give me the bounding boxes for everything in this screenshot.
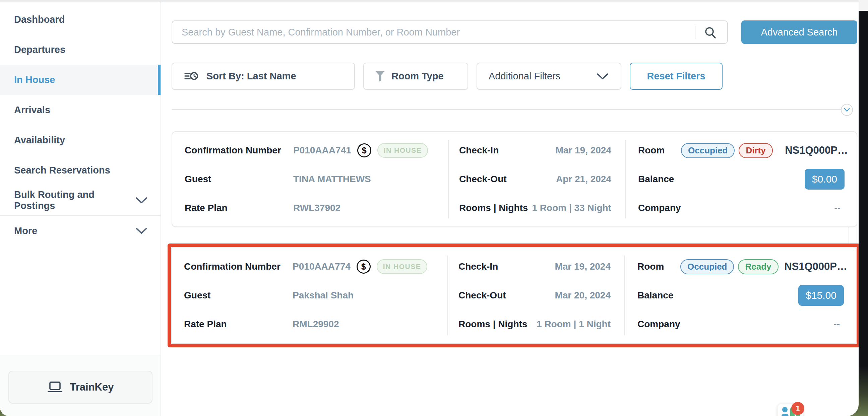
- in-house-status-badge: IN HOUSE: [377, 259, 428, 274]
- check-out-date: Apr 21, 2024: [556, 174, 611, 185]
- card-room-column: Room Occupied Dirty NS1Q000P… Balance $0…: [625, 132, 858, 226]
- advanced-search-button[interactable]: Advanced Search: [741, 21, 857, 44]
- reset-filters-button[interactable]: Reset Filters: [630, 63, 722, 90]
- section-divider: [172, 109, 842, 110]
- room-type-button[interactable]: Room Type: [363, 63, 468, 90]
- selection-highlight-border: Confirmation Number P010AAA774 $ IN HOUS…: [167, 244, 859, 347]
- confirmation-number-label: Confirmation Number: [185, 145, 293, 156]
- chevron-down-icon: [843, 107, 850, 112]
- rooms-nights-label: Rooms | Nights: [459, 203, 528, 213]
- filter-funnel-icon: [375, 70, 385, 83]
- room-ready-badge: Ready: [738, 259, 778, 274]
- rate-plan-label: Rate Plan: [185, 203, 293, 213]
- room-type-label: Room Type: [392, 71, 444, 82]
- room-number: NS1Q000P…: [785, 145, 848, 156]
- sidebar-item-dashboard[interactable]: Dashboard: [0, 4, 160, 34]
- app-window: Dashboard Departures In House Arrivals A…: [0, 0, 859, 416]
- confirmation-number-label: Confirmation Number: [184, 261, 292, 272]
- background-window-sliver: [859, 0, 868, 11]
- collapse-section-button[interactable]: [841, 104, 853, 116]
- dollar-glyph: $: [361, 262, 366, 271]
- sidebar-nav: Dashboard Departures In House Arrivals A…: [0, 4, 160, 246]
- room-label: Room: [638, 261, 680, 272]
- sidebar-item-label: Dashboard: [14, 14, 65, 25]
- sidebar-item-label: More: [14, 225, 37, 236]
- sidebar-item-label: Availability: [14, 135, 65, 146]
- trainkey-label: TrainKey: [70, 381, 114, 393]
- balance-label: Balance: [638, 290, 680, 301]
- dollar-glyph: $: [362, 146, 367, 155]
- dollar-icon[interactable]: $: [356, 260, 371, 274]
- trainkey-button[interactable]: TrainKey: [8, 371, 153, 404]
- company-value: --: [834, 319, 840, 329]
- card-guest-column: Confirmation Number P010AAA774 $ IN HOUS…: [172, 248, 447, 343]
- room-occupied-badge: Occupied: [680, 259, 734, 274]
- check-out-date: Mar 20, 2024: [555, 290, 611, 301]
- company-label: Company: [638, 319, 680, 329]
- confirmation-number-value: P010AAA774: [292, 261, 350, 272]
- sidebar-item-label: Arrivals: [14, 104, 50, 116]
- search-icon[interactable]: [703, 26, 718, 40]
- sidebar-bottom-panel: TrainKey: [0, 355, 160, 416]
- check-in-date: Mar 19, 2024: [555, 145, 611, 156]
- guest-name: Pakshal Shah: [292, 290, 353, 301]
- card-dates-column: Check-In Mar 19, 2024 Check-Out Mar 20, …: [447, 248, 624, 343]
- company-value: --: [834, 203, 840, 213]
- balance-button[interactable]: $0.00: [805, 169, 844, 190]
- sidebar-item-availability[interactable]: Availability: [0, 125, 160, 155]
- rate-plan-value: RML29902: [292, 319, 339, 329]
- reservation-card[interactable]: Confirmation Number P010AAA741 $ IN HOUS…: [172, 131, 857, 227]
- sidebar-item-bulk-routing-and-postings[interactable]: Bulk Routing and Postings: [0, 185, 160, 215]
- sort-icon: [184, 70, 199, 83]
- card-dates-column: Check-In Mar 19, 2024 Check-Out Apr 21, …: [448, 132, 625, 226]
- laptop-icon: [47, 381, 63, 394]
- room-occupied-badge: Occupied: [681, 143, 735, 158]
- check-in-date: Mar 19, 2024: [555, 261, 611, 272]
- chevron-down-icon: [135, 196, 148, 204]
- chevron-down-icon: [135, 227, 148, 235]
- check-in-label: Check-In: [459, 261, 498, 272]
- balance-label: Balance: [638, 174, 681, 185]
- room-label: Room: [638, 145, 681, 156]
- room-dirty-badge: Dirty: [739, 143, 773, 158]
- additional-filters-dropdown[interactable]: Additional Filters: [476, 63, 621, 90]
- rate-plan-value: RWL37902: [293, 203, 341, 213]
- sidebar-item-in-house[interactable]: In House: [0, 65, 160, 95]
- notification-badge: 1: [791, 402, 804, 415]
- dollar-icon[interactable]: $: [357, 143, 371, 157]
- guest-label: Guest: [184, 290, 292, 301]
- in-house-status-badge: IN HOUSE: [377, 143, 428, 158]
- balance-button[interactable]: $15.00: [798, 285, 844, 306]
- sort-by-label: Sort By: Last Name: [207, 71, 296, 82]
- sidebar-item-departures[interactable]: Departures: [0, 34, 160, 65]
- room-number: NS1Q000P…: [784, 261, 847, 273]
- card-guest-column: Confirmation Number P010AAA741 $ IN HOUS…: [172, 132, 448, 226]
- sidebar-item-more[interactable]: More: [0, 215, 160, 246]
- sidebar-item-search-reservations[interactable]: Search Reservations: [0, 155, 160, 185]
- company-label: Company: [638, 203, 681, 213]
- search-divider: [695, 26, 695, 39]
- sidebar-item-label: In House: [14, 74, 55, 86]
- search-bar: [172, 21, 728, 44]
- guest-name: TINA MATTHEWS: [293, 174, 371, 185]
- sort-by-button[interactable]: Sort By: Last Name: [172, 63, 355, 90]
- sidebar-item-label: Departures: [14, 44, 65, 55]
- chevron-down-icon: [596, 72, 609, 81]
- sidebar-item-label: Search Reservations: [14, 165, 110, 176]
- check-in-label: Check-In: [459, 145, 499, 156]
- reset-filters-label: Reset Filters: [647, 71, 705, 82]
- reservation-card[interactable]: Confirmation Number P010AAA774 $ IN HOUS…: [171, 247, 857, 344]
- confirmation-number-value: P010AAA741: [293, 145, 351, 156]
- rooms-nights-value: 1 Room | 33 Night: [532, 203, 611, 213]
- sidebar-item-arrivals[interactable]: Arrivals: [0, 95, 160, 125]
- guest-label: Guest: [185, 174, 293, 185]
- sidebar: Dashboard Departures In House Arrivals A…: [0, 2, 161, 416]
- rate-plan-label: Rate Plan: [184, 319, 292, 329]
- rooms-nights-label: Rooms | Nights: [459, 319, 527, 329]
- sidebar-item-label: Bulk Routing and Postings: [14, 189, 135, 211]
- search-input[interactable]: [182, 21, 674, 43]
- rooms-nights-value: 1 Room | 1 Night: [536, 319, 611, 329]
- check-out-label: Check-Out: [459, 290, 506, 301]
- card-room-column: Room Occupied Ready NS1Q000P… Balance $1…: [624, 248, 857, 343]
- additional-filters-label: Additional Filters: [489, 71, 560, 82]
